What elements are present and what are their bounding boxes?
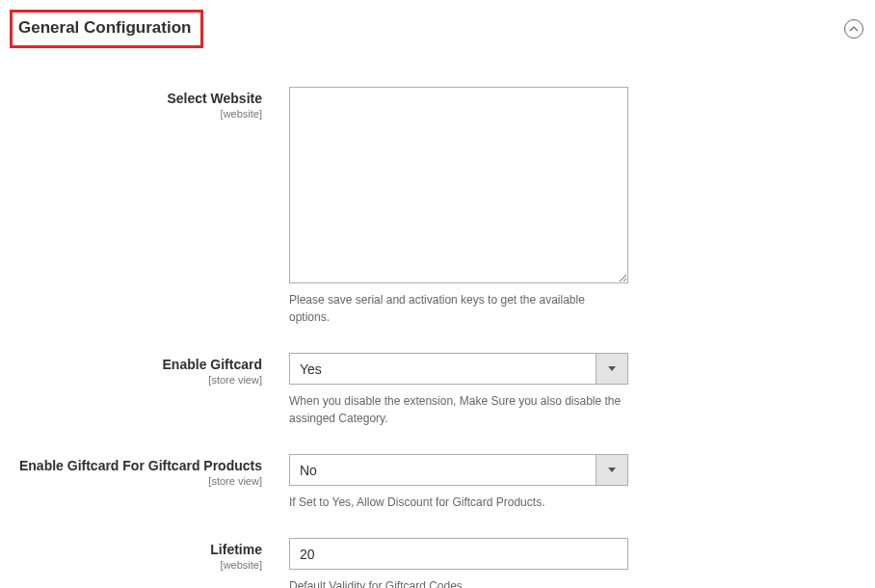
field-help: Default Validity for Giftcard Codes. bbox=[289, 577, 628, 588]
field-label: Enable Giftcard For Giftcard Products bbox=[0, 458, 262, 473]
field-scope: [store view] bbox=[0, 374, 262, 386]
select-value: No bbox=[290, 455, 596, 485]
field-lifetime: Lifetime [website] Default Validity for … bbox=[0, 538, 875, 588]
field-enable-giftcard: Enable Giftcard [store view] Yes When yo… bbox=[0, 353, 875, 427]
chevron-down-icon bbox=[596, 455, 627, 485]
collapse-toggle-icon[interactable] bbox=[844, 19, 863, 39]
chevron-down-icon bbox=[596, 354, 627, 384]
enable-giftcard-select[interactable]: Yes bbox=[289, 353, 628, 385]
enable-giftcard-products-select[interactable]: No bbox=[289, 454, 628, 486]
field-scope: [website] bbox=[0, 108, 262, 120]
lifetime-input[interactable] bbox=[289, 538, 628, 570]
field-label: Select Website bbox=[0, 91, 262, 106]
field-label: Enable Giftcard bbox=[0, 357, 262, 372]
field-scope: [website] bbox=[0, 559, 262, 571]
field-help: Please save serial and activation keys t… bbox=[289, 291, 628, 326]
field-scope: [store view] bbox=[0, 475, 262, 487]
field-label: Lifetime bbox=[0, 542, 262, 557]
field-help: When you disable the extension, Make Sur… bbox=[289, 392, 628, 427]
config-form: Select Website [website] Please save ser… bbox=[0, 87, 875, 588]
field-select-website: Select Website [website] Please save ser… bbox=[0, 87, 875, 326]
field-enable-giftcard-products: Enable Giftcard For Giftcard Products [s… bbox=[0, 454, 875, 511]
select-website-input[interactable] bbox=[289, 87, 628, 283]
select-value: Yes bbox=[290, 354, 596, 384]
field-help: If Set to Yes, Allow Discount for Giftca… bbox=[289, 494, 628, 511]
section-title: General Configuration bbox=[10, 10, 203, 48]
